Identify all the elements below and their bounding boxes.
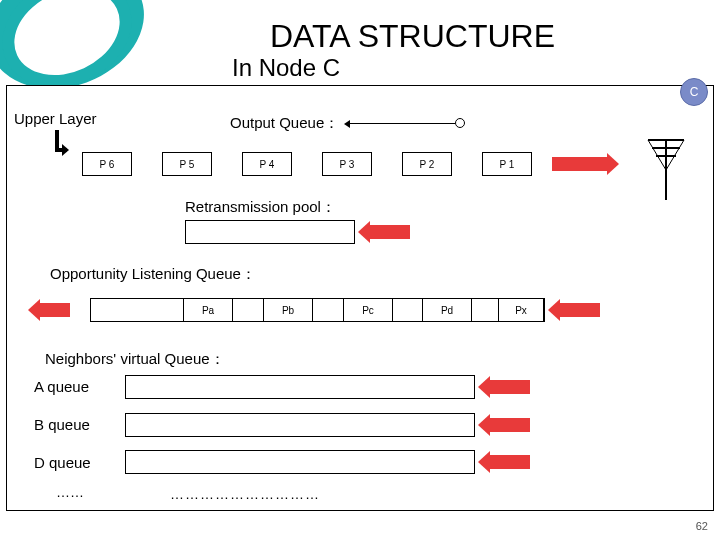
opp-cell-2: Pc [343,298,393,322]
output-queue-label: Output Queue： [230,114,339,133]
output-pointer-circle [455,118,465,128]
opp-cell-3: Pd [422,298,472,322]
d-queue-label: D queue [34,454,91,471]
antenna-icon [646,130,686,200]
elbow-from-upper [55,130,69,160]
neighbors-virtual-label: Neighbors' virtual Queue： [45,350,225,369]
page-title: DATA STRUCTURE [270,18,555,55]
upper-layer-label: Upper Layer [14,110,97,127]
output-cell-4: P 2 [402,152,452,176]
a-queue-label: A queue [34,378,89,395]
b-queue-label: B queue [34,416,90,433]
opp-cell-0: Pa [183,298,233,322]
opp-cell-4: Px [498,298,544,322]
b-queue-slot [125,413,475,437]
output-cell-2: P 4 [242,152,292,176]
opp-queue-slot [90,298,545,322]
opp-left-arrow [40,303,70,317]
retransmission-in-arrow [370,225,410,239]
output-cell-0: P 6 [82,152,132,176]
ellipsis-label: …… [56,484,84,500]
opp-in-arrow [560,303,600,317]
a-queue-in-arrow [490,380,530,394]
opportunity-listening-label: Opportunity Listening Queue： [50,265,256,284]
output-label-pointer [350,123,455,124]
page-number: 62 [696,520,708,532]
output-exit-arrow [552,157,607,171]
retransmission-slot [185,220,355,244]
output-cell-5: P 1 [482,152,532,176]
output-cell-1: P 5 [162,152,212,176]
dots-label: ………………………… [170,486,320,502]
b-queue-in-arrow [490,418,530,432]
retransmission-pool-label: Retransmission pool： [185,198,336,217]
d-queue-in-arrow [490,455,530,469]
opp-cell-1: Pb [263,298,313,322]
d-queue-slot [125,450,475,474]
a-queue-slot [125,375,475,399]
output-cell-3: P 3 [322,152,372,176]
node-c-badge: C [680,78,708,106]
page-subtitle: In Node C [232,54,340,82]
